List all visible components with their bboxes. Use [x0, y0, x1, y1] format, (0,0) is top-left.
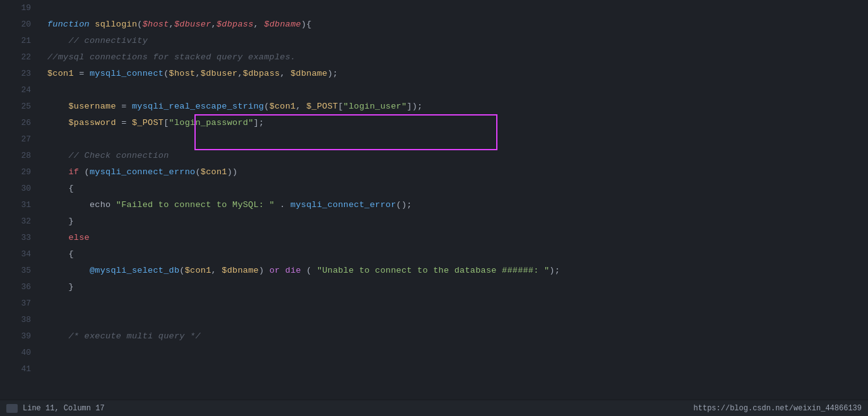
code-line: 39 /* execute multi query */ [0, 328, 862, 345]
line-number: 25 [0, 98, 41, 115]
code-line: 41 [0, 361, 862, 377]
string-token: "Unable to connect to the database #####… [317, 266, 549, 275]
brace-token: { [47, 184, 74, 193]
code-line: 40 [0, 345, 862, 361]
line-number: 34 [0, 246, 41, 263]
line-number: 40 [0, 345, 41, 361]
line-number: 23 [0, 66, 41, 82]
code-line: 24 [0, 82, 862, 98]
param-token: $dbname [264, 20, 301, 29]
punct-token: )) [227, 167, 238, 177]
fn-name-token: sqllogin [95, 20, 137, 29]
op-token: = [74, 69, 90, 78]
comment-token: // Check connection [47, 151, 169, 160]
var-token: $con1 [47, 69, 74, 78]
line-content: @mysqli_select_db($con1, $dbname) or die… [41, 263, 862, 279]
line-content: { [41, 246, 862, 263]
punct-token: ( [163, 69, 169, 78]
comment-token: //mysql connections for stacked query ex… [47, 52, 295, 62]
line-content: if (mysqli_connect_errno($con1)) [41, 164, 862, 181]
var-token: $dbuser [201, 69, 238, 78]
line-number: 22 [0, 49, 41, 66]
string-token: "login_password" [169, 118, 254, 128]
punct-token: [ [338, 102, 343, 111]
var-token: $con1 [185, 266, 211, 275]
line-number: 35 [0, 263, 41, 279]
param-token: $dbpass [217, 20, 254, 29]
string-token: "Failed to connect to MySQL: " [110, 200, 275, 210]
code-line: 27 [0, 131, 862, 148]
line-number: 21 [0, 33, 41, 49]
punct-token: ){ [301, 20, 312, 29]
punct-token: ( [179, 266, 184, 275]
kw-else-token: else [47, 233, 90, 242]
code-line: 36 } [0, 279, 862, 295]
punct-token: , [254, 20, 265, 29]
kw-or-token: or [270, 266, 280, 275]
cursor-position: Line 11, Column 17 [23, 404, 105, 413]
fn-call-token: @mysqli_select_db [47, 266, 179, 275]
punct-token: ( [264, 102, 269, 111]
line-number: 28 [0, 148, 41, 164]
concat-token: . [275, 200, 290, 210]
comment-token: /* execute multi query */ [47, 331, 201, 341]
brace-token: } [47, 217, 74, 226]
string-token: "login_user" [343, 102, 407, 111]
editor: 1920function sqllogin($host,$dbuser,$dbp… [0, 0, 868, 400]
code-line: 34 { [0, 246, 862, 263]
code-lines: 1920function sqllogin($host,$dbuser,$dbp… [0, 0, 862, 377]
line-number: 38 [0, 312, 41, 328]
line-content: $username = mysqli_real_escape_string($c… [41, 98, 862, 115]
post-var-token: $_POST [306, 102, 338, 111]
punct-token: ( [301, 266, 317, 275]
line-content: // Check connection [41, 148, 862, 164]
comment-token: // connectivity [47, 36, 148, 45]
param-token: $dbuser [174, 20, 211, 29]
scrollbar[interactable] [862, 0, 868, 400]
punct-token: , [211, 266, 222, 275]
code-line: 23$con1 = mysqli_connect($host,$dbuser,$… [0, 66, 862, 82]
code-line: 37 [0, 295, 862, 312]
code-line: 30 { [0, 181, 862, 197]
op-token: = [116, 102, 132, 111]
var-token: $con1 [201, 167, 227, 177]
post-var-token: $_POST [132, 118, 163, 128]
status-left: Line 11, Column 17 [6, 404, 105, 413]
line-number: 29 [0, 164, 41, 181]
line-number: 36 [0, 279, 41, 295]
punct-token: (); [396, 200, 412, 210]
op-token: = [116, 118, 132, 128]
code-line: 22//mysql connections for stacked query … [0, 49, 862, 66]
var-token: $password [47, 118, 116, 128]
kw-function-token: function [47, 20, 95, 29]
code-line: 35 @mysqli_select_db($con1, $dbname) or … [0, 263, 862, 279]
line-number: 31 [0, 197, 41, 213]
punct-token: [ [163, 118, 169, 128]
line-content: } [41, 279, 862, 295]
line-content: // connectivity [41, 33, 862, 49]
param-token: $host [143, 20, 169, 29]
status-url: https://blog.csdn.net/weixin_44866139 [694, 404, 862, 413]
terminal-icon [6, 404, 18, 413]
line-content: /* execute multi query */ [41, 328, 862, 345]
kw-echo-token: echo [47, 200, 110, 210]
code-line: 25 $username = mysqli_real_escape_string… [0, 98, 862, 115]
punct-token: ); [328, 69, 338, 78]
brace-token: } [47, 282, 74, 292]
punct-token: , [295, 102, 306, 111]
line-content: $con1 = mysqli_connect($host,$dbuser,$db… [41, 66, 862, 82]
fn-call-token: mysqli_connect_error [290, 200, 396, 210]
line-number: 26 [0, 115, 41, 131]
punct-token: ]); [407, 102, 422, 111]
line-number: 33 [0, 230, 41, 246]
code-line: 29 if (mysqli_connect_errno($con1)) [0, 164, 862, 181]
punct-token: , [169, 20, 174, 29]
status-bar: Line 11, Column 17 https://blog.csdn.net… [0, 400, 868, 416]
punct-token: ( [79, 167, 90, 177]
fn-call-token: mysqli_connect_errno [90, 167, 195, 177]
line-number: 24 [0, 82, 41, 98]
punct-token: , [195, 69, 200, 78]
fn-call-token: mysqli_connect [90, 69, 163, 78]
line-number: 37 [0, 295, 41, 312]
code-area[interactable]: 1920function sqllogin($host,$dbuser,$dbp… [0, 0, 862, 400]
